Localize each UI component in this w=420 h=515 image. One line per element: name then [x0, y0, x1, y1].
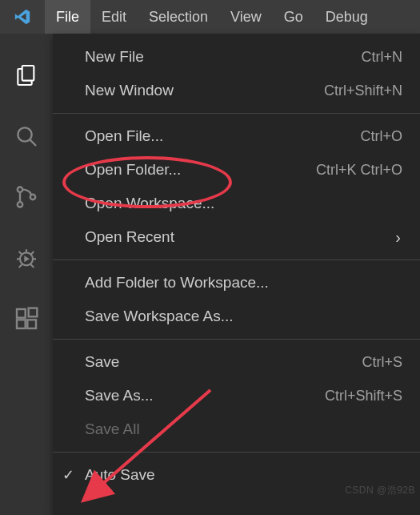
menu-item-shortcut: Ctrl+S [362, 354, 402, 371]
source-control-icon[interactable] [0, 167, 53, 227]
search-icon[interactable] [0, 106, 53, 167]
debug-icon[interactable] [0, 227, 53, 288]
menu-item-label: Add Folder to Workspace... [85, 274, 402, 292]
menu-item-shortcut: Ctrl+Shift+S [325, 388, 402, 404]
svg-point-5 [30, 195, 35, 199]
extensions-icon[interactable] [0, 288, 53, 349]
menu-add-folder-to-workspace[interactable]: Add Folder to Workspace... [53, 266, 420, 300]
menu-item-label: Save All [85, 420, 402, 438]
menubar-view[interactable]: View [219, 0, 273, 34]
svg-point-3 [18, 187, 22, 191]
menu-item-label: Open Workspace... [85, 195, 402, 212]
check-icon: ✓ [62, 466, 74, 484]
menu-item-label: Auto Save [85, 466, 402, 484]
menu-save-all: Save All [53, 412, 420, 446]
menubar-go[interactable]: Go [273, 0, 314, 34]
vscode-logo-icon [0, 8, 45, 26]
activity-bar [0, 34, 53, 515]
menu-item-shortcut: Ctrl+O [360, 128, 402, 145]
menu-item-label: Open Folder... [85, 161, 316, 179]
menu-item-label: Save Workspace As... [85, 308, 402, 325]
svg-rect-8 [17, 309, 26, 318]
svg-rect-0 [22, 66, 34, 81]
menu-item-shortcut: Ctrl+N [361, 49, 402, 66]
menubar-selection[interactable]: Selection [138, 0, 219, 34]
menu-item-label: Save As... [85, 387, 325, 404]
separator [53, 260, 420, 260]
menu-open-file[interactable]: Open File... Ctrl+O [53, 119, 420, 153]
watermark: CSDN @浩92B [345, 484, 415, 497]
menu-save-as[interactable]: Save As... Ctrl+Shift+S [53, 379, 420, 412]
menubar-debug[interactable]: Debug [314, 0, 379, 34]
separator [53, 113, 420, 114]
svg-rect-10 [27, 320, 36, 328]
menu-item-label: New Window [85, 82, 324, 99]
menubar-edit[interactable]: Edit [90, 0, 138, 34]
menu-item-label: Open Recent [85, 228, 402, 246]
menu-new-window[interactable]: New Window Ctrl+Shift+N [53, 74, 420, 107]
menu-save[interactable]: Save Ctrl+S [53, 345, 420, 379]
menu-item-label: Open File... [85, 127, 360, 145]
menu-save-workspace-as[interactable]: Save Workspace As... [53, 300, 420, 333]
svg-rect-9 [17, 320, 26, 328]
menu-item-shortcut: Ctrl+Shift+N [324, 82, 402, 99]
menubar: File Edit Selection View Go Debug [0, 0, 420, 34]
menu-item-label: Save [85, 353, 362, 371]
menubar-file[interactable]: File [45, 0, 90, 34]
file-menu-dropdown: New File Ctrl+N New Window Ctrl+Shift+N … [53, 34, 420, 515]
files-icon[interactable] [0, 45, 53, 106]
separator [53, 452, 420, 453]
menu-open-recent[interactable]: Open Recent › [53, 220, 420, 254]
menu-item-label: New File [85, 48, 361, 66]
svg-point-4 [18, 202, 22, 207]
svg-line-2 [30, 140, 36, 146]
menu-new-file[interactable]: New File Ctrl+N [53, 40, 420, 74]
chevron-right-icon: › [395, 228, 401, 247]
menu-item-shortcut: Ctrl+K Ctrl+O [316, 162, 402, 179]
menu-open-folder[interactable]: Open Folder... Ctrl+K Ctrl+O [53, 153, 420, 187]
svg-point-1 [18, 127, 31, 141]
svg-marker-7 [24, 255, 30, 262]
separator [53, 339, 420, 340]
menu-open-workspace[interactable]: Open Workspace... [53, 187, 420, 220]
svg-rect-11 [29, 308, 38, 317]
